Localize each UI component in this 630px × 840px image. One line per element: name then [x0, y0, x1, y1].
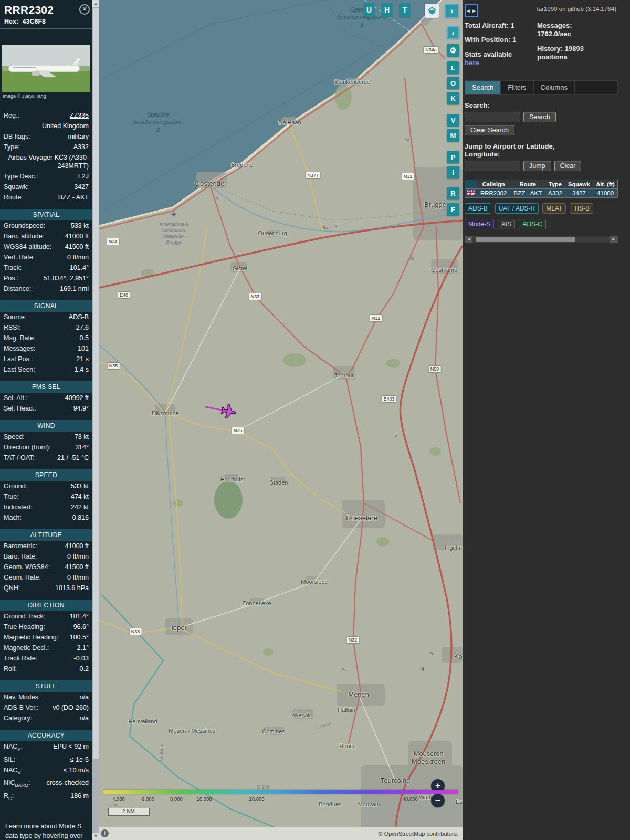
map-attribution[interactable]: © OpenStreetMap contributors.: [99, 827, 463, 840]
close-icon[interactable]: ×: [79, 4, 90, 15]
search-input[interactable]: [465, 112, 520, 122]
info-label: QNH:: [4, 584, 20, 592]
search-button[interactable]: Search: [523, 112, 556, 122]
map-side-button-f[interactable]: F: [447, 203, 459, 216]
map-side-button-m[interactable]: M: [447, 129, 459, 142]
aircraft-photo[interactable]: [2, 45, 90, 92]
info-value: v0 (DO-260): [42, 704, 89, 712]
scroll-down-icon[interactable]: ▼: [92, 833, 99, 840]
filter-badge-mlat[interactable]: MLAT: [542, 203, 566, 214]
info-label: NACP:: [4, 742, 23, 753]
info-label: Route:: [4, 193, 23, 202]
info-label: RC:: [4, 792, 14, 803]
sidebar-scrollbar-thumb[interactable]: [93, 8, 99, 759]
filter-badge-tis-b[interactable]: TIS-B: [570, 203, 593, 214]
filter-badge-uat-ads-r[interactable]: UAT / ADS-R: [495, 203, 539, 214]
github-version-link[interactable]: tar1090 on github (3.14.1764): [537, 6, 616, 12]
hscroll-thumb[interactable]: [476, 237, 575, 242]
info-label: NACV:: [4, 766, 23, 777]
filter-badge-ais[interactable]: AIS: [498, 219, 515, 229]
info-label: Barometric:: [4, 542, 37, 550]
map-side-button-o[interactable]: O: [447, 77, 459, 89]
map-side-button-k[interactable]: K: [447, 92, 459, 104]
stats-here-link[interactable]: here: [465, 59, 479, 67]
info-row: NACV:< 10 m/s: [0, 765, 92, 778]
stats-available: Stats available here: [465, 50, 537, 68]
info-value: 0 ft/min: [38, 253, 89, 261]
map-side-button-l[interactable]: L: [447, 61, 459, 74]
tab-filters[interactable]: Filters: [501, 81, 533, 94]
info-row: Mach:0.816: [0, 512, 92, 523]
jump-label: Jump to Airport or Latitude, Longitude:: [465, 142, 585, 158]
scroll-right-icon[interactable]: ►: [610, 236, 617, 243]
info-row: Reg.:ZZ335: [0, 110, 92, 121]
map-side-button-v[interactable]: V: [447, 114, 459, 127]
expand-sidebar-icon[interactable]: ›: [445, 4, 459, 18]
layers-icon[interactable]: [425, 4, 439, 18]
filter-badge-ads-b[interactable]: ADS-B: [465, 203, 491, 214]
scroll-left-icon[interactable]: ◄: [465, 236, 472, 243]
aircraft-marker[interactable]: [220, 403, 237, 419]
map-canvas[interactable]: [99, 0, 463, 840]
collapse-sidebar-icon[interactable]: ‹: [447, 26, 459, 39]
section-header: SPEED: [0, 469, 92, 481]
map-side-button-p[interactable]: P: [447, 151, 459, 163]
settings-gear-icon[interactable]: ⚙: [447, 44, 459, 57]
section-header: WIND: [0, 420, 92, 432]
sidebar-scrollbar[interactable]: ▲ ▼: [92, 0, 99, 840]
info-value[interactable]: ZZ335: [23, 111, 89, 120]
info-label: Vert. Rate:: [4, 253, 35, 261]
info-value: 41500 ft: [55, 243, 89, 251]
map-button-u[interactable]: U: [364, 3, 374, 17]
hex-value: 43C6F8: [23, 18, 46, 25]
layers-diamond-icon: [428, 7, 436, 15]
info-row: Category:n/a: [0, 713, 92, 723]
legend-tick-label: 20,000: [249, 796, 264, 802]
info-value: Airbus Voyager KC3 (A330-243MRTT): [7, 153, 89, 170]
clear-search-button[interactable]: Clear Search: [465, 125, 514, 135]
attribution-info-icon[interactable]: i: [101, 830, 109, 837]
map[interactable]: BlankenbergeDe HaanBredeneOostendeBrugge…: [99, 0, 463, 840]
table-header: Route: [510, 180, 545, 189]
table-horizontal-scrollbar[interactable]: ◄ ►: [465, 236, 618, 243]
filter-badge-mode-s[interactable]: Mode-S: [465, 219, 494, 229]
map-side-button-r[interactable]: R: [447, 187, 459, 200]
stats-available-label: Stats available: [465, 50, 512, 58]
table-row[interactable]: RRR2302BZZ - AKTA332342741000: [465, 189, 618, 198]
section-header: ACCURACY: [0, 730, 92, 741]
zoom-out-button[interactable]: −: [431, 794, 445, 807]
info-label: Nav. Modes:: [4, 693, 40, 701]
info-value: 0.5: [38, 334, 89, 342]
info-value: L2J: [41, 172, 89, 181]
jump-button[interactable]: Jump: [523, 161, 551, 171]
aircraft-hex: Hex: 43C6F8: [4, 18, 88, 28]
table-header-flag: [465, 180, 477, 189]
filter-badge-ads-c[interactable]: ADS-C: [519, 219, 545, 229]
scroll-up-icon[interactable]: ▲: [92, 0, 99, 7]
info-label: Reg.:: [4, 111, 19, 120]
source-filter-badges-row2: Mode-SAISADS-C: [465, 219, 616, 229]
tab-search[interactable]: Search: [465, 81, 501, 94]
map-button-t[interactable]: T: [400, 3, 410, 17]
map-side-button-i[interactable]: I: [447, 166, 459, 178]
jump-clear-button[interactable]: Clear: [554, 161, 582, 171]
panel-width-toggle-icon[interactable]: ◄►: [465, 4, 478, 17]
table-header-row: CallsignRouteTypeSquawkAlt. (ft): [465, 180, 618, 189]
info-label: Direction (from):: [4, 443, 51, 452]
info-row: True:474 kt: [0, 491, 92, 502]
map-button-h[interactable]: H: [382, 3, 392, 17]
info-label: DB flags:: [4, 132, 30, 141]
jump-input[interactable]: [465, 161, 520, 171]
info-label: Track Rate:: [4, 654, 37, 663]
info-value: n/a: [43, 693, 89, 701]
info-value: -0.03: [40, 654, 89, 663]
attribution-text[interactable]: © OpenStreetMap contributors.: [379, 831, 458, 837]
info-value: cross-checked: [34, 779, 89, 787]
tab-columns[interactable]: Columns: [534, 81, 575, 94]
info-label: Source:: [4, 313, 26, 321]
info-label: True:: [4, 492, 19, 501]
info-value: 533 kt: [48, 222, 89, 230]
callsign-link[interactable]: RRR2302: [480, 190, 507, 196]
info-label: Geom. WGS84:: [4, 563, 50, 571]
info-row: WGS84 altitude:41500 ft: [0, 242, 92, 252]
